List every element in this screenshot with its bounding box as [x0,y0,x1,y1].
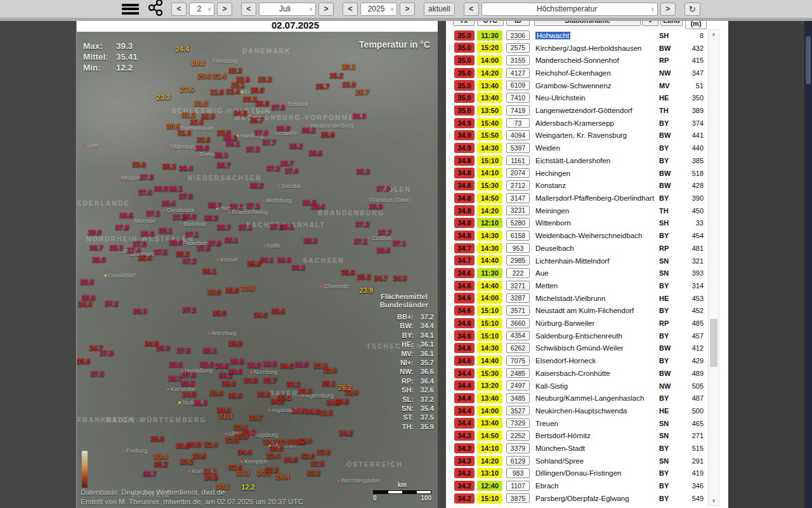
table-row[interactable]: 34.414:003527Neukirchen-HauptschwendaHE5… [446,404,728,417]
station-id-button[interactable]: 3485 [506,393,530,403]
table-row[interactable]: 35.014:204127Reichshof-EckenhagenNW347 [446,67,728,79]
station-id-button[interactable]: 3155 [506,55,530,65]
table-row[interactable]: 34.413:407329TreuenSN465 [446,417,728,430]
year-select[interactable]: 2025∨ [360,3,397,16]
station-id-button[interactable]: 3379 [506,443,530,453]
table-scrollbar[interactable]: ∧ ∨ [708,29,719,506]
table-row[interactable]: 34.714:30953DeuselbachRP481 [446,242,728,255]
year-next-button[interactable]: > [400,3,415,16]
station-name[interactable]: Aldersbach-Kramersepp [535,117,614,130]
table-row[interactable]: 34.614:306262Schwäbisch Gmünd-WeilerBW41… [446,342,728,355]
station-id-button[interactable]: 7410 [506,93,530,103]
station-id-button[interactable]: 7329 [506,418,530,429]
station-name[interactable]: Bertsdorf-Hörnitz [535,430,591,443]
station-name[interactable]: Sohland/Spree [535,455,584,467]
station-id-button[interactable]: 5397 [506,143,530,153]
station-id-button[interactable]: 2074 [506,168,530,178]
station-id-button[interactable]: 2497 [506,380,530,391]
station-name[interactable]: Reichshof-Eckenhagen [535,67,611,79]
station-name[interactable]: Konstanz [535,179,566,192]
station-id-button[interactable]: 5280 [506,218,530,228]
scroll-down-arrow-icon[interactable]: ∨ [709,497,719,505]
station-name[interactable]: Ebrach [535,479,558,492]
reload-button[interactable]: ↻ [684,3,700,16]
station-id-button[interactable]: 953 [506,243,530,253]
station-id-button[interactable]: 6262 [506,343,530,353]
station-id-button[interactable]: 3527 [506,406,530,416]
station-name[interactable]: Weidenbach-Weiherschneidbach [535,229,642,242]
table-row[interactable]: 34.615:103660Nürburg-BarweilerRP485 [446,317,728,330]
station-id-button[interactable]: 6158 [506,231,530,241]
table-row[interactable]: 34.614:407075Elsendorf-HorneckBY429 [446,354,728,367]
table-row[interactable]: 34.814:306158Weidenbach-Weiherschneidbac… [446,229,728,242]
station-id-button[interactable]: 73 [506,118,530,128]
parameter-select[interactable]: Höchsttemperatur∨ [481,3,658,16]
station-name[interactable]: Meiningen [535,204,569,217]
station-id-button[interactable]: 4127 [506,68,530,78]
table-row[interactable]: 34.413:202497Kall-SistigNW505 [446,380,728,392]
station-id-button[interactable]: 3147 [506,193,530,203]
table-row[interactable]: 35.013:406109Grambow-SchwennenzMV51 [446,79,728,92]
station-name[interactable]: Saldenburg-Entschenreuth [535,330,622,342]
station-id-button[interactable]: 4354 [506,331,530,341]
station-name[interactable]: Elsendorf-Horneck [535,354,596,367]
table-row[interactable]: 35.013:407410Neu-UlrichsteinHE350 [446,92,728,105]
station-name[interactable]: Langenwetzendorf-Göttendorf [535,104,632,117]
month-prev-button[interactable]: < [241,3,256,16]
station-id-button[interactable]: 2575 [506,43,530,53]
table-row[interactable]: 34.915:4073Aldersbach-KramerseppBY374 [446,117,728,130]
station-name[interactable]: Michelstadt-Vielbrunn [535,292,605,305]
station-id-button[interactable]: 7419 [506,105,530,116]
table-row[interactable]: 34.814:102074HechingenBW518 [446,167,728,180]
table-row[interactable]: 35.011:302306HohwachtSH8 [446,29,728,42]
station-name[interactable]: Neukirchen-Hauptschwenda [535,404,627,417]
table-row[interactable]: 34.614:403271MettenBY314 [446,279,728,292]
station-name[interactable]: Mallersdorf-Pfaffenberg-Oberlindhart [535,192,654,204]
station-id-button[interactable]: 2306 [506,30,530,41]
station-name[interactable]: Eichstätt-Landershofen [535,154,610,167]
station-id-button[interactable]: 2985 [506,255,530,265]
table-row[interactable]: 34.914:305397WeidenBY440 [446,142,728,154]
station-name[interactable]: Weingarten, Kr. Ravensburg [535,130,627,142]
station-name[interactable]: Deuselbach [535,242,574,255]
station-id-button[interactable]: 3287 [506,293,530,304]
month-next-button[interactable]: > [318,3,334,16]
table-scrollbar-thumb[interactable] [710,319,717,367]
station-name[interactable]: Neustadt am Kulm-Filchendorf [535,304,634,317]
station-name[interactable]: Schwäbisch Gmünd-Weiler [535,342,623,355]
station-id-button[interactable]: 1161 [506,156,530,166]
table-row[interactable]: 34.314:206129Sohland/SpreeSN291 [446,455,728,467]
station-id-button[interactable]: 7075 [506,356,530,366]
table-row[interactable]: 34.814:503147Mallersdorf-Pfaffenberg-Obe… [446,192,728,204]
table-row[interactable]: 35.015:202575Kirchberg/Jagst-Herboldshau… [446,42,728,55]
station-name[interactable]: Kall-Sistig [535,380,568,392]
station-name[interactable]: Kirchberg/Jagst-Herboldshausen [535,42,641,55]
station-id-button[interactable]: 6129 [506,456,530,466]
station-id-button[interactable]: 3271 [506,281,530,291]
table-row[interactable]: 34.213:10983Dillingen/Donau-FristingenBY… [446,467,728,480]
station-name[interactable]: Grambow-Schwennenz [535,79,612,92]
station-name[interactable]: Lichtenhain-Mittelndorf [535,255,609,267]
parameter-next-button[interactable]: > [660,3,676,16]
station-name[interactable]: Hohwacht [535,29,570,42]
station-name[interactable]: Parsberg/Oberpfalz-Eglwang [535,492,629,505]
table-row[interactable]: 34.415:302485Kaisersbach-CronhütteBW489 [446,367,728,380]
table-row[interactable]: 34.615:103571Neustadt am Kulm-Filchendor… [446,304,728,317]
table-row[interactable]: 34.714:402985Lichtenhain-MittelndorfSN32… [446,255,728,267]
station-name[interactable]: Wittenborn [535,217,571,230]
table-row[interactable]: 35.014:003155Manderscheid-SonnenhofRP415 [446,54,728,67]
station-name[interactable]: Dillingen/Donau-Fristingen [535,467,622,480]
station-id-button[interactable]: 222 [506,268,530,278]
table-row[interactable]: 34.915:504094Weingarten, Kr. RavensburgB… [446,130,728,142]
day-select[interactable]: 2∨ [189,3,214,16]
station-id-button[interactable]: 2252 [506,431,530,441]
scroll-up-arrow-icon[interactable]: ∧ [709,30,719,39]
table-row[interactable]: 34.814:203231MeiningenTH450 [446,204,728,217]
station-name[interactable]: Nürburg-Barweiler [535,317,594,330]
station-id-button[interactable]: 4094 [506,130,530,140]
station-id-button[interactable]: 3231 [506,206,530,216]
aktuell-button[interactable]: aktuell [424,3,455,16]
station-name[interactable]: Weiden [535,142,560,154]
station-id-button[interactable]: 1107 [506,481,530,491]
year-prev-button[interactable]: < [343,3,358,16]
